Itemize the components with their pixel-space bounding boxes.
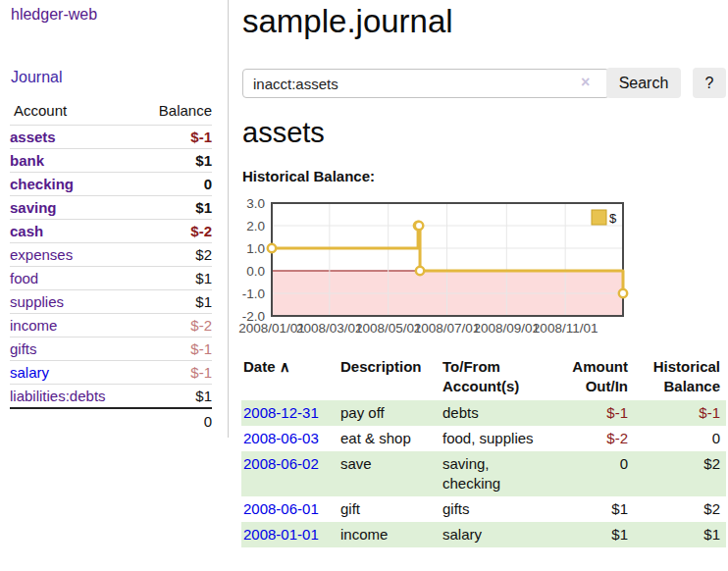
svg-text:0.0: 0.0 [246,264,265,279]
register-header-amount: Amount Out/In [563,355,628,400]
account-link-assets[interactable]: assets [10,129,56,145]
transaction-row: 2008-12-31 pay off debts $-1 $-1 [241,400,726,426]
account-balance: $1 [136,290,212,314]
register-header-date[interactable]: Date ∧ [241,355,338,400]
sidebar-item-journal[interactable]: Journal [11,69,62,86]
account-balance: 0 [136,173,212,196]
account-row: liabilities:debts$1 [10,385,212,409]
svg-text:2.0: 2.0 [246,219,265,234]
account-balance: $1 [136,385,212,409]
accounts-balance-table: Account Balance assets$-1 bank$1 checkin… [10,99,212,433]
balance-column-header: Balance [136,99,212,126]
svg-text:2008/05/01: 2008/05/01 [355,321,422,336]
search-button[interactable]: Search [606,68,681,98]
app-brand-link[interactable]: hledger-web [11,6,97,24]
transaction-amount: $1 [563,522,628,547]
transaction-balance: $1 [628,522,726,547]
account-link-liabilities-debts[interactable]: liabilities:debts [10,388,106,404]
transaction-date-link[interactable]: 2008-01-01 [243,526,319,543]
account-link-food[interactable]: food [10,270,38,286]
account-link-cash[interactable]: cash [10,223,43,239]
account-link-bank[interactable]: bank [10,152,44,169]
transaction-accounts: gifts [441,496,563,522]
transaction-accounts: debts [441,400,563,426]
account-link-salary[interactable]: salary [10,364,49,381]
account-balance: $-1 [136,361,212,385]
accounts-total-value: 0 [136,408,212,433]
transaction-description: income [338,522,441,547]
help-button[interactable]: ? [693,68,726,98]
account-balance: $1 [136,149,212,173]
page-title: sample.journal [242,3,453,40]
transaction-balance: 0 [628,426,726,451]
svg-text:2008/09/01: 2008/09/01 [474,321,541,336]
account-row: cash$-2 [10,220,212,243]
register-header-accounts: To/From Account(s) [441,355,563,400]
transaction-amount: $-1 [563,400,628,426]
transaction-accounts: food, supplies [441,426,563,451]
svg-text:-1.0: -1.0 [242,286,265,301]
transaction-description: pay off [338,400,441,426]
account-row: food$1 [10,267,212,290]
account-balance: $-2 [136,314,212,337]
transaction-date-link[interactable]: 2008-06-01 [243,500,319,517]
sidebar: hledger-web Journal Account Balance asse… [0,0,229,438]
transaction-row: 2008-06-02 save saving, checking 0 $2 [241,451,726,496]
transaction-row: 2008-01-01 income salary $1 $1 [241,522,726,547]
account-link-gifts[interactable]: gifts [10,340,37,357]
account-link-income[interactable]: income [10,317,57,334]
account-link-expenses[interactable]: expenses [10,246,73,263]
transaction-date-link[interactable]: 2008-12-31 [243,404,319,421]
accounts-column-header: Account [10,99,136,126]
svg-text:$: $ [609,211,617,226]
accounts-total-row: 0 [10,408,212,433]
transaction-balance: $2 [628,451,726,496]
account-row: income$-2 [10,314,212,337]
account-balance: $-2 [136,220,212,243]
register-header-description: Description [338,355,441,400]
svg-text:2008/01/01: 2008/01/01 [238,321,305,336]
svg-text:2008/03/01: 2008/03/01 [296,321,363,336]
account-balance: $1 [136,267,212,290]
transaction-accounts: salary [441,522,563,547]
account-row: saving$1 [10,196,212,220]
transaction-accounts: saving, checking [441,451,563,496]
account-row: gifts$-1 [10,337,212,361]
transaction-amount: $-2 [563,426,628,451]
transaction-row: 2008-06-03 eat & shop food, supplies $-2… [241,426,726,451]
sort-ascending-icon: ∧ [280,358,290,375]
register-header-balance: Historical Balance [628,355,726,400]
balance-chart: $3.02.01.00.0-1.0-2.02008/01/012008/03/0… [235,196,728,336]
transaction-description: eat & shop [338,426,441,451]
svg-text:2008/11/01: 2008/11/01 [533,321,598,336]
transaction-balance: $-1 [628,400,726,426]
transaction-description: save [338,451,441,496]
account-link-saving[interactable]: saving [10,199,57,216]
transaction-date-link[interactable]: 2008-06-03 [243,430,319,446]
account-heading: assets [242,117,325,149]
account-balance: $2 [136,243,212,267]
transaction-balance: $2 [628,496,726,522]
account-link-supplies[interactable]: supplies [10,293,64,310]
account-row: bank$1 [10,149,212,173]
svg-text:2008/07/01: 2008/07/01 [414,321,481,336]
account-row: supplies$1 [10,290,212,314]
account-row: checking0 [10,173,212,196]
account-link-checking[interactable]: checking [10,176,74,192]
transaction-amount: $1 [563,496,628,522]
transaction-date-link[interactable]: 2008-06-02 [243,455,319,472]
account-balance: $1 [136,196,212,220]
transaction-amount: 0 [563,451,628,496]
svg-text:1.0: 1.0 [246,241,265,256]
hledger-web-page: hledger-web Journal Account Balance asse… [0,0,728,571]
account-balance: $-1 [136,337,212,361]
account-row: assets$-1 [10,126,212,149]
svg-text:3.0: 3.0 [246,196,265,211]
clear-search-icon[interactable]: × [581,75,590,90]
account-row: expenses$2 [10,243,212,267]
account-row: salary$-1 [10,361,212,385]
account-balance: $-1 [136,126,212,149]
search-input[interactable] [242,69,609,98]
register-table: Date ∧ Description To/From Account(s) Am… [241,355,726,547]
transaction-row: 2008-06-01 gift gifts $1 $2 [241,496,726,522]
